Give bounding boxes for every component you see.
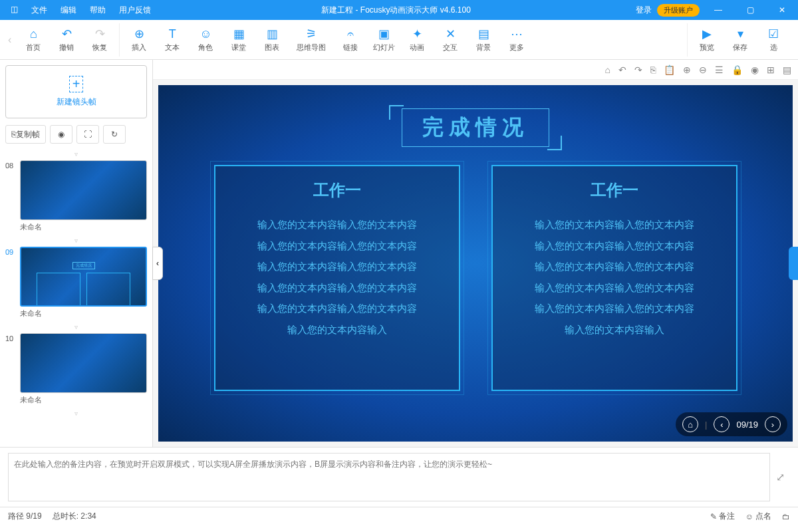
zoom-out-icon[interactable]: ⊖ [699,65,707,75]
slide-thumb-09[interactable]: 完成情况 未命名 [20,247,147,321]
login-link[interactable]: 登录 [636,5,652,16]
panel-left[interactable]: 工作一 输入您的文本内容输入您的文本内容 输入您的文本内容输入您的文本内容 输入… [214,165,460,391]
chart-icon: ▥ [267,27,278,41]
menu-feedback[interactable]: 用户反馈 [114,2,156,19]
maximize-button[interactable]: ▢ [737,0,763,20]
home-button[interactable]: ⌂首页 [19,27,47,53]
save-button[interactable]: ▾保存 [726,27,754,53]
fullscreen-icon: ⛶ [84,130,92,139]
text-icon: T [169,27,176,41]
window-title: 新建工程 - Focusky动画演示大师 v4.6.100 [156,5,636,16]
class-button[interactable]: ▦课堂 [225,27,253,53]
role-button[interactable]: ☺角色 [192,27,219,53]
separator-icon: ▿ [5,237,147,244]
slide-button[interactable]: ▣幻灯片 [370,27,398,53]
nav-prev-icon[interactable]: ‹ [714,416,730,432]
nav-home-icon[interactable]: ⌂ [682,416,698,432]
mindmap-button[interactable]: ⚞思维导图 [291,27,331,53]
paste-icon[interactable]: 📋 [664,65,675,75]
titlebar: ◫ 文件 编辑 帮助 用户反馈 新建工程 - Focusky动画演示大师 v4.… [0,0,798,20]
statusbar: 路径 9/19 总时长: 2:34 ✎ 备注 ☺ 点名 🗀 [0,507,798,525]
thumb-number: 09 [5,247,17,256]
panel-right[interactable]: 工作一 输入您的文本内容输入您的文本内容 输入您的文本内容输入您的文本内容 输入… [491,165,737,391]
fullscreen-button[interactable]: ⛶ [76,125,99,144]
status-note-button[interactable]: ✎ 备注 [710,511,735,522]
undo-button[interactable]: ↶撤销 [53,27,80,53]
minimize-button[interactable]: — [705,0,732,20]
undo-icon: ↶ [62,27,72,41]
collapse-sidebar-button[interactable]: ‹ [152,247,163,280]
preview-button[interactable]: ▶预览 [693,27,721,53]
camera-button[interactable]: ◉ [50,125,72,144]
status-path: 路径 9/19 [8,511,42,522]
toolbar-scroll-left-icon[interactable]: ‹ [5,34,14,46]
panel-line: 输入您的文本内容输入您的文本内容 [506,214,723,235]
new-frame-button[interactable]: + 新建镜头帧 [5,65,147,118]
class-icon: ▦ [233,27,245,41]
home-view-icon[interactable]: ⌂ [605,65,610,75]
collapse-right-button[interactable] [789,247,798,280]
refresh-button[interactable]: ↻ [103,125,126,144]
text-button[interactable]: T文本 [158,27,186,53]
slide-thumb-08[interactable]: 未命名 [20,160,147,234]
interact-button[interactable]: ✕交互 [436,27,464,53]
rotate-right-icon[interactable]: ↷ [634,65,642,75]
copy-icon[interactable]: ⎘ [650,65,656,75]
sidebar: + 新建镜头帧 ⎘ 复制帧 ◉ ⛶ ↻ ▿ 08 未命名 ▿ 09 完成情况 未… [0,60,153,447]
select-icon: ☑ [768,27,779,41]
copy-frame-button[interactable]: ⎘ 复制帧 [5,125,46,144]
panel-line: 输入您的文本内容输入您的文本内容 [229,214,446,235]
link-button[interactable]: 𝄐链接 [336,27,364,53]
insert-button[interactable]: ⊕插入 [125,27,153,53]
redo-icon: ↷ [95,27,105,41]
select-button[interactable]: ☑选 [759,27,787,53]
thumb-number: 08 [5,160,17,170]
panel-line: 输入您的文本内容输入您的文本内容 [506,256,723,277]
rotate-left-icon[interactable]: ↶ [618,65,626,75]
slide-icon: ▣ [378,27,390,41]
menu-help[interactable]: 帮助 [84,2,111,19]
panel-line: 输入您的文本内容输入 [506,319,723,340]
nav-next-icon[interactable]: › [765,416,781,432]
redo-button[interactable]: ↷恢复 [86,27,114,53]
home-icon: ⌂ [30,27,37,41]
save-icon: ▾ [737,27,743,41]
menu-file[interactable]: 文件 [26,2,53,19]
slide-thumb-10[interactable]: 未命名 [20,333,147,407]
slide-title[interactable]: 完成情况 [402,108,549,147]
more-button[interactable]: ⋯更多 [503,27,531,53]
status-folder-icon[interactable]: 🗀 [782,512,790,521]
anim-button[interactable]: ✦动画 [403,27,431,53]
status-roll-button[interactable]: ☺ 点名 [745,511,771,522]
canvas[interactable]: ‹ 完成情况 工作一 输入您的文本内容输入您的文本内容 输入您的文本内容输入您的… [153,80,798,447]
notes-input[interactable] [8,453,770,501]
panel-line: 输入您的文本内容输入您的文本内容 [229,298,446,319]
bg-button[interactable]: ▤背景 [469,27,497,53]
bg-icon: ▤ [478,27,489,41]
upgrade-button[interactable]: 升级账户 [657,4,700,17]
person-icon: ☺ [200,27,211,41]
lock-icon[interactable]: 🔒 [732,65,743,75]
close-button[interactable]: ✕ [769,0,795,20]
menu-edit[interactable]: 编辑 [55,2,82,19]
interact-icon: ✕ [446,27,456,41]
more-icon: ⋯ [511,27,523,41]
layer-icon[interactable]: ▤ [783,65,791,75]
panel-line: 输入您的文本内容输入 [229,319,446,340]
snapshot-icon[interactable]: ◉ [751,65,759,75]
panel-line: 输入您的文本内容输入您的文本内容 [229,277,446,299]
mindmap-icon: ⚞ [306,27,317,41]
expand-notes-icon[interactable]: ⤢ [770,453,790,501]
chart-button[interactable]: ▥图表 [258,27,286,53]
panel-line: 输入您的文本内容输入您的文本内容 [506,298,723,319]
align-icon[interactable]: ☰ [715,65,724,75]
grid-icon[interactable]: ⊞ [767,65,775,75]
panel-line: 输入您的文本内容输入您的文本内容 [229,235,446,257]
menu-bar: ◫ 文件 编辑 帮助 用户反馈 [0,2,156,19]
link-icon: 𝄐 [347,27,354,41]
panel-line: 输入您的文本内容输入您的文本内容 [229,256,446,277]
slide-content: 完成情况 工作一 输入您的文本内容输入您的文本内容 输入您的文本内容输入您的文本… [158,85,793,442]
status-duration: 总时长: 2:34 [53,511,96,522]
zoom-in-icon[interactable]: ⊕ [683,65,691,75]
play-icon: ▶ [702,27,712,41]
